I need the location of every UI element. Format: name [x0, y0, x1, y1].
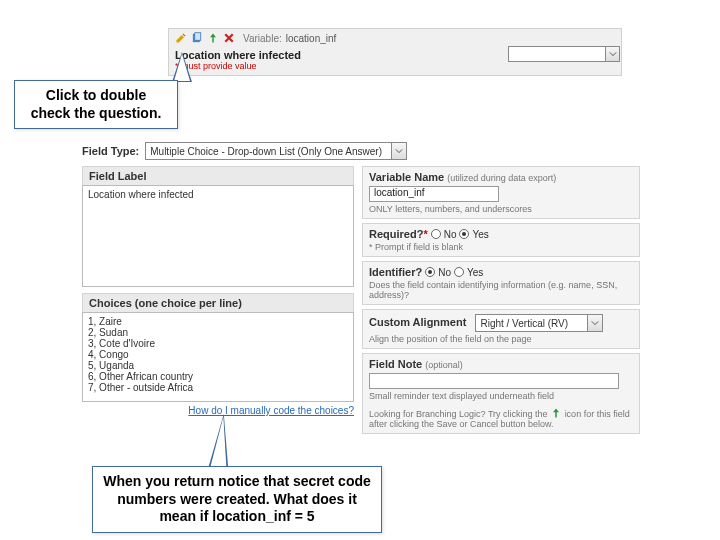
alignment-select[interactable]: Right / Vertical (RV) [475, 314, 603, 332]
required-head: Required?* [369, 228, 428, 240]
alignment-hint: Align the position of the field on the p… [369, 334, 633, 344]
variable-name-hint: (utilized during data export) [447, 173, 556, 183]
answer-dropdown[interactable] [508, 46, 620, 62]
required-indicator: * must provide value [169, 61, 621, 75]
field-label-header: Field Label [82, 166, 354, 185]
identifier-yes-label: Yes [467, 267, 483, 278]
field-label-text: Location where infected [88, 189, 194, 200]
choices-header: Choices (one choice per line) [82, 293, 354, 312]
field-note-section: Field Note (optional) Small reminder tex… [362, 353, 640, 434]
required-no-radio[interactable] [431, 229, 441, 239]
field-note-hint: Small reminder text displayed underneath… [369, 391, 633, 401]
variable-prefix: Variable: [243, 33, 282, 44]
field-note-head: Field Note [369, 358, 422, 370]
variable-name-section: Variable Name (utilized during data expo… [362, 166, 640, 219]
identifier-section: Identifier? No Yes Does the field contai… [362, 261, 640, 305]
branching-icon[interactable] [207, 32, 219, 44]
branching-hint: Looking for Branching Logic? Try clickin… [369, 407, 633, 429]
chevron-down-icon [587, 315, 602, 331]
field-type-label: Field Type: [82, 145, 139, 157]
identifier-no-radio[interactable] [425, 267, 435, 277]
delete-icon[interactable] [223, 32, 235, 44]
callout-check-question: Click to double check the question. [14, 80, 178, 129]
variable-name-text: location_inf [286, 33, 337, 44]
choices-text: 1, Zaire 2, Sudan 3, Cote d'Ivoire 4, Co… [88, 316, 193, 393]
choices-textarea[interactable]: 1, Zaire 2, Sudan 3, Cote d'Ivoire 4, Co… [82, 312, 354, 402]
choices-help-link[interactable]: How do I manually code the choices? [188, 405, 354, 416]
field-type-select[interactable]: Multiple Choice - Drop-down List (Only O… [145, 142, 407, 160]
required-section: Required?* No Yes * Prompt if field is b… [362, 223, 640, 257]
copy-icon[interactable] [191, 32, 203, 44]
variable-name-input[interactable]: location_inf [369, 186, 499, 202]
required-yes-label: Yes [472, 229, 488, 240]
field-note-input[interactable] [369, 373, 619, 389]
required-no-label: No [444, 229, 457, 240]
field-note-optional: (optional) [425, 360, 463, 370]
alignment-value: Right / Vertical (RV) [480, 318, 568, 329]
identifier-no-label: No [438, 267, 451, 278]
required-yes-radio[interactable] [459, 229, 469, 239]
field-editor: Field Type: Multiple Choice - Drop-down … [82, 140, 644, 434]
identifier-yes-radio[interactable] [454, 267, 464, 277]
alignment-section: Custom Alignment Right / Vertical (RV) A… [362, 309, 640, 349]
required-hint: * Prompt if field is blank [369, 242, 633, 252]
variable-name-rule: ONLY letters, numbers, and underscores [369, 204, 633, 214]
callout-secret-codes: When you return notice that secret code … [92, 466, 382, 533]
identifier-head: Identifier? [369, 266, 422, 278]
chevron-down-icon [605, 47, 619, 61]
pencil-icon[interactable] [175, 32, 187, 44]
callout-pointer [172, 52, 192, 82]
alignment-head: Custom Alignment [369, 316, 466, 328]
identifier-hint: Does the field contain identifying infor… [369, 280, 633, 300]
svg-rect-1 [195, 33, 201, 41]
variable-name-head: Variable Name [369, 171, 444, 183]
field-type-value: Multiple Choice - Drop-down List (Only O… [150, 146, 382, 157]
field-label-input[interactable]: Location where infected [82, 185, 354, 287]
chevron-down-icon [391, 143, 406, 159]
branching-logic-icon [550, 407, 562, 419]
